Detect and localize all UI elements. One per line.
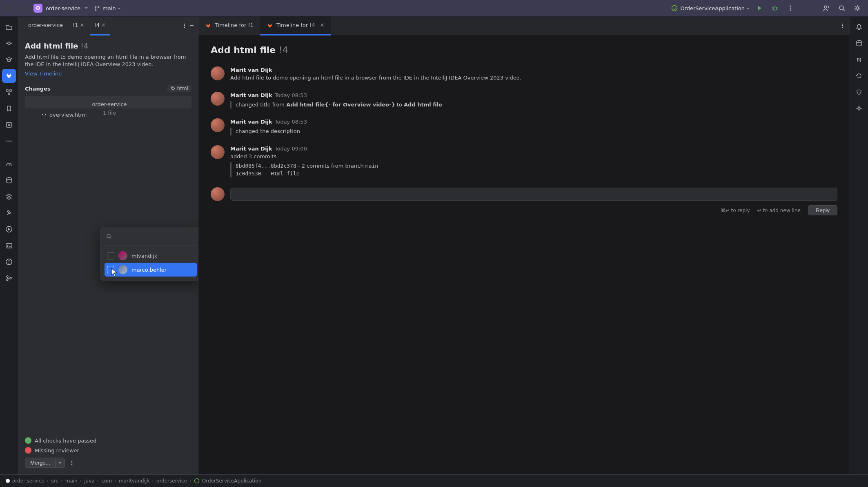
svg-point-13 (7, 141, 8, 142)
traffic-lights (5, 6, 26, 11)
event-author: Marit van Dijk (230, 146, 272, 152)
gauge-icon (5, 160, 13, 168)
check-circle-icon (25, 437, 31, 444)
problems-tool-button[interactable] (2, 255, 16, 269)
more-vertical-icon (787, 5, 794, 11)
structure-tool-button[interactable] (2, 85, 16, 99)
crumb[interactable]: com (101, 478, 112, 484)
code-file-icon (41, 112, 47, 117)
coverage-button[interactable] (852, 85, 866, 99)
project-selector[interactable]: O order-service (33, 4, 88, 13)
crumb[interactable]: src (51, 478, 58, 484)
reply-button[interactable]: Reply (808, 205, 837, 215)
svg-point-1 (773, 7, 777, 10)
learn-tool-button[interactable] (2, 53, 16, 66)
tree-root-row[interactable]: order-service 1 file (25, 96, 191, 108)
close-icon[interactable]: ✕ (80, 22, 85, 28)
mr-tab-1[interactable]: !1✕ (69, 16, 88, 35)
code-with-me-button[interactable] (821, 2, 832, 14)
clock-back-icon (855, 72, 863, 80)
mr-tab-label: !1 (73, 22, 78, 28)
svg-point-28 (107, 235, 110, 238)
ai-assistant-button[interactable] (852, 102, 866, 115)
avatar (211, 187, 225, 201)
crumb[interactable]: order-service (12, 478, 45, 484)
close-window-icon[interactable] (5, 6, 10, 11)
event-time: Today 08:53 (275, 92, 307, 98)
dashboard-tool-button[interactable] (2, 157, 16, 171)
editor-tab[interactable]: Timeline for !4 ✕ (260, 16, 331, 35)
svg-point-36 (194, 479, 199, 483)
pull-requests-tool-button[interactable] (2, 118, 16, 132)
shield-icon (855, 89, 863, 96)
svg-point-5 (824, 6, 827, 8)
bug-icon (772, 5, 778, 11)
gitlab-icon (267, 22, 273, 29)
svg-rect-9 (7, 90, 8, 91)
merge-split-button[interactable]: Merge... (25, 458, 65, 468)
services-tool-button[interactable] (2, 190, 16, 204)
minimize-window-icon[interactable] (13, 6, 18, 11)
close-icon[interactable]: ✕ (101, 22, 106, 28)
cursor-icon (110, 268, 118, 278)
merge-more-button[interactable] (69, 460, 75, 466)
mr-tab-root[interactable]: order-service (24, 16, 67, 35)
crumb[interactable]: orderservice (156, 478, 187, 484)
svg-point-33 (842, 25, 844, 27)
panel-minimize-button[interactable] (189, 23, 195, 29)
svg-rect-10 (10, 90, 11, 91)
maven-icon: m (857, 56, 861, 63)
crumb[interactable]: java (85, 478, 95, 484)
editor-more-button[interactable] (840, 23, 850, 29)
gitlab-tool-button[interactable] (2, 69, 16, 83)
search-everywhere-button[interactable] (836, 2, 848, 14)
editor-tabs: Timeline for !1 Timeline for !4 ✕ (198, 17, 850, 35)
editor-tab[interactable]: Timeline for !1 (198, 16, 260, 35)
mr-title: Add html file !4 (25, 42, 191, 50)
svg-point-6 (839, 6, 844, 10)
merge-dropdown-button[interactable] (56, 458, 65, 468)
svg-point-3 (790, 8, 791, 9)
build-tool-button[interactable] (2, 206, 16, 220)
panel-more-button[interactable] (182, 23, 187, 29)
event-time: Today 09:00 (275, 146, 307, 152)
svg-point-2 (790, 6, 791, 7)
run-config-selector[interactable]: OrderServiceApplication (671, 5, 750, 11)
crumb[interactable]: maritvandijk (119, 478, 149, 484)
run-button[interactable] (754, 2, 765, 14)
zoom-window-icon[interactable] (21, 6, 26, 11)
mr-tab-4[interactable]: !4✕ (90, 16, 109, 35)
settings-button[interactable] (852, 2, 863, 14)
reviewer-search[interactable] (105, 231, 197, 242)
reply-input[interactable] (230, 188, 837, 201)
svg-point-29 (71, 460, 73, 462)
terminal-tool-button[interactable] (2, 239, 16, 252)
run-tool-button[interactable] (2, 222, 16, 236)
label-chip[interactable]: html (167, 85, 191, 92)
debug-button[interactable] (769, 2, 781, 14)
project-tool-button[interactable] (2, 20, 16, 34)
commit-tool-button[interactable] (2, 36, 16, 50)
bookmarks-tool-button[interactable] (2, 102, 16, 115)
crumb[interactable]: OrderServiceApplication (202, 478, 262, 484)
svg-point-34 (842, 27, 844, 28)
branch-selector[interactable]: main (94, 5, 120, 11)
crumb[interactable]: main (65, 478, 78, 484)
tree-file-name: overview.html (49, 112, 87, 118)
event-author: Marit van Dijk (230, 119, 272, 125)
vcs-tool-button[interactable] (2, 271, 16, 285)
checkbox-icon[interactable] (107, 252, 114, 259)
maven-button[interactable]: m (852, 53, 866, 66)
database-view-button[interactable] (852, 36, 866, 50)
more-tool-button[interactable] (2, 134, 16, 148)
svg-point-7 (856, 7, 859, 9)
avatar (118, 251, 127, 260)
close-icon[interactable]: ✕ (320, 22, 325, 28)
notifications-button[interactable] (852, 20, 866, 34)
view-timeline-link[interactable]: View Timeline (25, 71, 62, 77)
reviewer-option[interactable]: mlvandijk (105, 249, 197, 263)
merge-button[interactable]: Merge... (25, 458, 56, 468)
database-tool-button[interactable] (2, 173, 16, 187)
recent-button[interactable] (852, 69, 866, 83)
more-actions-button[interactable] (785, 2, 796, 14)
